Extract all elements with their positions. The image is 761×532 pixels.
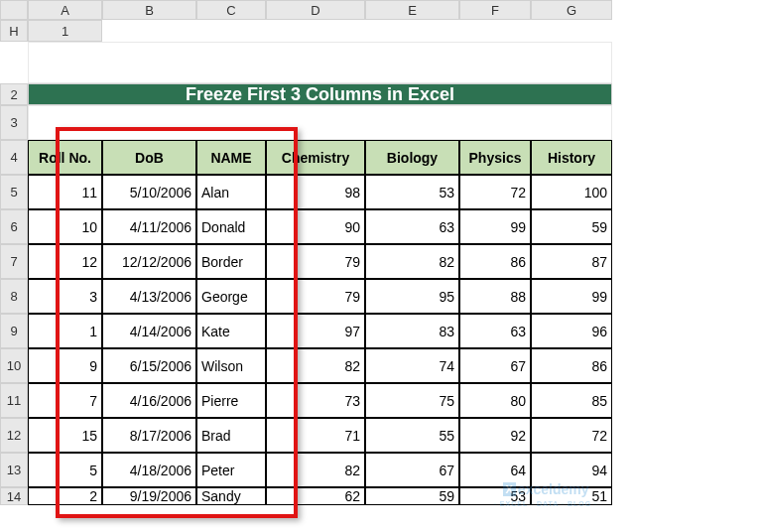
col-header-A[interactable]: A (28, 0, 102, 20)
table-cell[interactable]: Pierre (196, 383, 266, 418)
table-cell[interactable]: 87 (531, 244, 612, 279)
header-physics[interactable]: Physics (459, 140, 531, 175)
table-cell[interactable]: 10 (28, 209, 102, 244)
table-cell[interactable]: 86 (531, 348, 612, 383)
table-cell[interactable]: 79 (266, 279, 365, 314)
header-dob[interactable]: DoB (102, 140, 196, 175)
table-cell[interactable]: 79 (266, 244, 365, 279)
table-cell[interactable]: 85 (531, 383, 612, 418)
table-cell[interactable]: 1 (28, 314, 102, 348)
select-all-corner[interactable] (0, 0, 28, 20)
table-cell[interactable]: 4/16/2006 (102, 383, 196, 418)
table-cell[interactable]: 9/19/2006 (102, 487, 196, 505)
table-cell[interactable]: Kate (196, 314, 266, 348)
col-header-H[interactable]: H (0, 20, 28, 42)
table-cell[interactable]: 99 (459, 209, 531, 244)
table-cell[interactable]: 55 (365, 418, 459, 453)
table-cell[interactable]: 99 (531, 279, 612, 314)
table-cell[interactable]: 73 (266, 383, 365, 418)
row-header-13[interactable]: 13 (0, 453, 28, 487)
row-header-11[interactable]: 11 (0, 383, 28, 418)
col-header-B[interactable]: B (102, 0, 196, 20)
table-cell[interactable]: 12/12/2006 (102, 244, 196, 279)
col-header-C[interactable]: C (196, 0, 266, 20)
title-cell[interactable]: Freeze First 3 Columns in Excel (28, 83, 612, 105)
table-cell[interactable]: 11 (28, 175, 102, 209)
table-cell[interactable]: Donald (196, 209, 266, 244)
table-cell[interactable]: Wilson (196, 348, 266, 383)
table-cell[interactable]: 63 (459, 314, 531, 348)
table-cell[interactable]: Alan (196, 175, 266, 209)
table-cell[interactable]: 53 (365, 175, 459, 209)
table-cell[interactable]: 63 (365, 209, 459, 244)
header-roll[interactable]: Roll No. (28, 140, 102, 175)
row-header-7[interactable]: 7 (0, 244, 28, 279)
row-header-5[interactable]: 5 (0, 175, 28, 209)
table-cell[interactable]: 88 (459, 279, 531, 314)
table-cell[interactable]: 82 (365, 244, 459, 279)
table-cell[interactable]: 67 (365, 453, 459, 487)
table-cell[interactable]: 7 (28, 383, 102, 418)
table-cell[interactable]: Brad (196, 418, 266, 453)
row-header-8[interactable]: 8 (0, 279, 28, 314)
table-cell[interactable]: 96 (531, 314, 612, 348)
row-header-3[interactable]: 3 (0, 105, 28, 140)
row-header-12[interactable]: 12 (0, 418, 28, 453)
row-header-4[interactable]: 4 (0, 140, 28, 175)
table-cell[interactable]: 8/17/2006 (102, 418, 196, 453)
header-chemistry[interactable]: Chemistry (266, 140, 365, 175)
header-name[interactable]: NAME (196, 140, 266, 175)
header-biology[interactable]: Biology (365, 140, 459, 175)
header-history[interactable]: History (531, 140, 612, 175)
table-cell[interactable]: 4/11/2006 (102, 209, 196, 244)
table-cell[interactable]: 72 (531, 418, 612, 453)
cell-empty-row1[interactable] (28, 42, 612, 83)
col-header-E[interactable]: E (365, 0, 459, 20)
table-cell[interactable]: 82 (266, 348, 365, 383)
table-cell[interactable]: Peter (196, 453, 266, 487)
watermark-tagline: · EXCEL · DATA · BLOG · (494, 500, 597, 507)
col-header-F[interactable]: F (459, 0, 531, 20)
table-cell[interactable]: 67 (459, 348, 531, 383)
row-header-9[interactable]: 9 (0, 314, 28, 348)
table-cell[interactable]: Border (196, 244, 266, 279)
table-cell[interactable]: 75 (365, 383, 459, 418)
table-cell[interactable]: 5/10/2006 (102, 175, 196, 209)
table-cell[interactable]: 83 (365, 314, 459, 348)
table-cell[interactable]: 4/14/2006 (102, 314, 196, 348)
table-cell[interactable]: 12 (28, 244, 102, 279)
table-cell[interactable]: 4/18/2006 (102, 453, 196, 487)
table-cell[interactable]: 98 (266, 175, 365, 209)
table-cell[interactable]: George (196, 279, 266, 314)
col-header-G[interactable]: G (531, 0, 612, 20)
table-cell[interactable]: 59 (365, 487, 459, 505)
table-cell[interactable]: 6/15/2006 (102, 348, 196, 383)
row-header-2[interactable]: 2 (0, 83, 28, 105)
table-cell[interactable]: 15 (28, 418, 102, 453)
table-cell[interactable]: 62 (266, 487, 365, 505)
row-header-6[interactable]: 6 (0, 209, 28, 244)
table-cell[interactable]: 9 (28, 348, 102, 383)
table-cell[interactable]: 2 (28, 487, 102, 505)
row-header-10[interactable]: 10 (0, 348, 28, 383)
table-cell[interactable]: 82 (266, 453, 365, 487)
table-cell[interactable]: 95 (365, 279, 459, 314)
table-cell[interactable]: 92 (459, 418, 531, 453)
table-cell[interactable]: 86 (459, 244, 531, 279)
table-cell[interactable]: 4/13/2006 (102, 279, 196, 314)
cell-empty-row3[interactable] (28, 105, 612, 140)
table-cell[interactable]: 100 (531, 175, 612, 209)
col-header-D[interactable]: D (266, 0, 365, 20)
table-cell[interactable]: 59 (531, 209, 612, 244)
table-cell[interactable]: 74 (365, 348, 459, 383)
table-cell[interactable]: 80 (459, 383, 531, 418)
row-header-14[interactable]: 14 (0, 487, 28, 505)
table-cell[interactable]: 97 (266, 314, 365, 348)
table-cell[interactable]: 3 (28, 279, 102, 314)
table-cell[interactable]: 90 (266, 209, 365, 244)
row-header-1[interactable]: 1 (28, 20, 102, 42)
table-cell[interactable]: 5 (28, 453, 102, 487)
table-cell[interactable]: Sandy (196, 487, 266, 505)
table-cell[interactable]: 71 (266, 418, 365, 453)
table-cell[interactable]: 72 (459, 175, 531, 209)
